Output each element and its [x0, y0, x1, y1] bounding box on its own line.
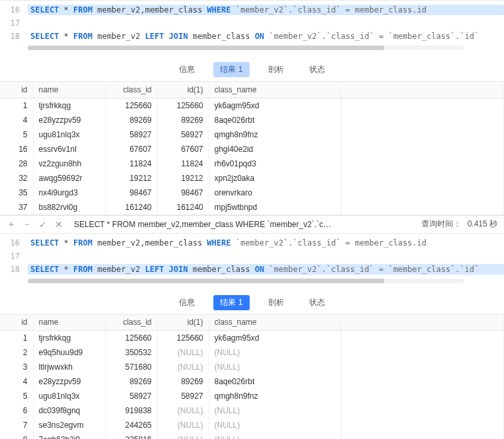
cell-null[interactable]: (NULL): [157, 345, 209, 360]
code-content[interactable]: SELECT * FROM member_v2,member_class WHE…: [28, 5, 504, 15]
editor-scrollbar[interactable]: [28, 279, 464, 283]
cell[interactable]: 16: [0, 142, 33, 156]
cell-null[interactable]: (NULL): [157, 403, 209, 418]
tab-result-1[interactable]: 结果 1: [213, 295, 249, 310]
cell[interactable]: rh6v01pqd3: [209, 156, 341, 171]
code-content[interactable]: SELECT * FROM member_v2,member_class WHE…: [28, 238, 504, 248]
cell[interactable]: 161240: [106, 200, 157, 215]
cell[interactable]: e28yzzpv59: [33, 374, 106, 389]
cell[interactable]: xpn2jz0aka: [209, 171, 341, 186]
col-id[interactable]: id: [0, 82, 33, 98]
scrollbar-thumb[interactable]: [28, 279, 384, 283]
cell[interactable]: 19212: [157, 171, 209, 186]
cell[interactable]: 32: [0, 171, 33, 186]
result-grid[interactable]: id name class_id id(1) class_name 1tjrsf…: [0, 81, 504, 215]
editor-scrollbar[interactable]: [28, 46, 464, 50]
cell[interactable]: 125660: [106, 331, 157, 346]
cell[interactable]: tjrsfrkkqg: [33, 331, 106, 346]
cell[interactable]: 98467: [157, 186, 209, 200]
cell[interactable]: ugu81nlq3x: [33, 127, 106, 142]
cell[interactable]: 58927: [106, 389, 157, 403]
cell[interactable]: 35: [0, 186, 33, 200]
table-row[interactable]: 4e28yzzpv5989269892698aqe026rbt: [0, 113, 504, 127]
col-id1[interactable]: id(1): [157, 82, 209, 98]
col-id1[interactable]: id(1): [157, 315, 209, 331]
cell[interactable]: vz2zgun8hh: [33, 156, 106, 171]
table-row[interactable]: 37bs882rvi0g161240161240mpj5wtbnpd: [0, 200, 504, 215]
cell[interactable]: qmgh8n9fnz: [209, 389, 341, 403]
cell-null[interactable]: (NULL): [209, 403, 341, 418]
cell-null[interactable]: (NULL): [209, 345, 341, 360]
cell[interactable]: ltlrjwwxkh: [33, 360, 106, 374]
result-grid[interactable]: id name class_id id(1) class_name 1tjrsf…: [0, 314, 504, 440]
tab-profile[interactable]: 剖析: [262, 62, 291, 77]
cell[interactable]: orenvrkaro: [209, 186, 341, 200]
cell[interactable]: dc039f8gnq: [33, 403, 106, 418]
cell[interactable]: ugu81nlq3x: [33, 389, 106, 403]
col-class-name[interactable]: class_name: [209, 82, 341, 98]
cell[interactable]: 89269: [106, 113, 157, 127]
cell[interactable]: 3: [0, 360, 33, 374]
code-line-16[interactable]: 16 SELECT * FROM member_v2,member_class …: [0, 236, 504, 250]
cell[interactable]: e9q5huu9d9: [33, 345, 106, 360]
add-row-icon[interactable]: ＋: [7, 219, 16, 230]
sql-editor[interactable]: 16 SELECT * FROM member_v2,member_class …: [0, 234, 504, 290]
code-content[interactable]: [28, 255, 504, 257]
table-row[interactable]: 1tjrsfrkkqg125660125660yk6agm95xd: [0, 98, 504, 113]
cell[interactable]: 125660: [157, 331, 209, 346]
cell[interactable]: 244265: [106, 418, 157, 432]
cell[interactable]: bs882rvi0g: [33, 200, 106, 215]
cell-null[interactable]: (NULL): [157, 432, 209, 439]
tab-status[interactable]: 状态: [303, 295, 332, 310]
code-line-18[interactable]: 18 SELECT * FROM member_v2 LEFT JOIN mem…: [0, 263, 504, 276]
table-row[interactable]: 28vz2zgun8hh1182411824rh6v01pqd3: [0, 156, 504, 171]
table-row[interactable]: 35nx4i9urgd39846798467orenvrkaro: [0, 186, 504, 200]
cancel-icon[interactable]: ✕: [54, 219, 63, 230]
cell[interactable]: 11824: [106, 156, 157, 171]
cell[interactable]: 4: [0, 374, 33, 389]
cell[interactable]: 125660: [106, 98, 157, 113]
remove-row-icon[interactable]: －: [22, 219, 32, 230]
cell[interactable]: 5: [0, 127, 33, 142]
cell[interactable]: 5: [0, 389, 33, 403]
cell[interactable]: 6: [0, 403, 33, 418]
cell[interactable]: 7: [0, 418, 33, 432]
cell[interactable]: 89269: [157, 374, 209, 389]
col-class-id[interactable]: class_id: [106, 82, 157, 98]
table-row[interactable]: 87ogh62b2i9235816(NULL)(NULL): [0, 432, 504, 439]
col-name[interactable]: name: [33, 315, 106, 331]
table-row[interactable]: 5ugu81nlq3x5892758927qmgh8n9fnz: [0, 389, 504, 403]
cell[interactable]: 58927: [157, 127, 209, 142]
cell-null[interactable]: (NULL): [157, 418, 209, 432]
cell-null[interactable]: (NULL): [209, 418, 341, 432]
tab-profile[interactable]: 剖析: [262, 295, 291, 310]
cell[interactable]: 67607: [106, 142, 157, 156]
cell[interactable]: 8aqe026rbt: [209, 374, 341, 389]
scrollbar-thumb[interactable]: [28, 46, 384, 50]
cell[interactable]: essrv6v1nl: [33, 142, 106, 156]
cell[interactable]: 89269: [106, 374, 157, 389]
table-row[interactable]: 3ltlrjwwxkh571680(NULL)(NULL): [0, 360, 504, 374]
cell[interactable]: 7ogh62b2i9: [33, 432, 106, 439]
cell[interactable]: 28: [0, 156, 33, 171]
cell[interactable]: yk6agm95xd: [209, 331, 341, 346]
tab-status[interactable]: 状态: [303, 62, 332, 77]
cell[interactable]: 161240: [157, 200, 209, 215]
cell[interactable]: 98467: [106, 186, 157, 200]
cell[interactable]: 2: [0, 345, 33, 360]
cell[interactable]: 571680: [106, 360, 157, 374]
cell[interactable]: 8aqe026rbt: [209, 113, 341, 127]
cell[interactable]: 58927: [106, 127, 157, 142]
cell[interactable]: e28yzzpv59: [33, 113, 106, 127]
cell[interactable]: tjrsfrkkqg: [33, 98, 106, 113]
table-row[interactable]: 4e28yzzpv5989269892698aqe026rbt: [0, 374, 504, 389]
cell[interactable]: awqg59692r: [33, 171, 106, 186]
table-row[interactable]: 2e9q5huu9d9350532(NULL)(NULL): [0, 345, 504, 360]
cell[interactable]: 58927: [157, 389, 209, 403]
code-content[interactable]: SELECT * FROM member_v2 LEFT JOIN member…: [28, 31, 504, 42]
table-row[interactable]: 1tjrsfrkkqg125660125660yk6agm95xd: [0, 331, 504, 346]
cell[interactable]: yk6agm95xd: [209, 98, 341, 113]
cell[interactable]: 37: [0, 200, 33, 215]
cell-null[interactable]: (NULL): [209, 360, 341, 374]
code-content[interactable]: [28, 22, 504, 24]
